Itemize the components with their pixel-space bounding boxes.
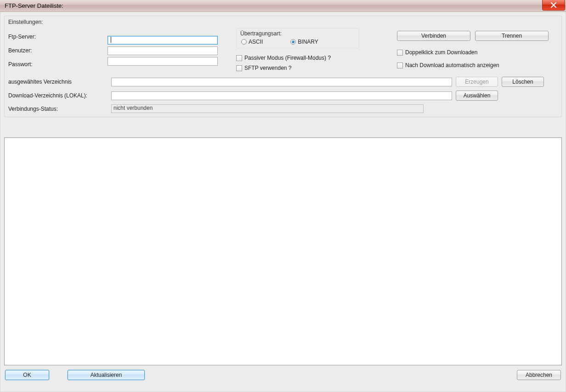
checkbox-icon xyxy=(236,65,242,71)
checkbox-auto-show[interactable]: Nach Download automatisch anzeigen xyxy=(397,62,499,68)
checkbox-icon xyxy=(236,55,242,61)
checkbox-doubleclick-label: Doppelklick zum Downloaden xyxy=(405,49,477,56)
connection-status-row: Verbindungs-Status: nicht verbunden xyxy=(8,104,558,113)
delete-directory-button[interactable]: Löschen xyxy=(502,77,544,87)
choose-download-dir-button[interactable]: Auswählen xyxy=(456,91,498,101)
connect-button[interactable]: Verbinden xyxy=(397,31,470,41)
label-user: Benutzer: xyxy=(8,44,108,57)
download-button-pair: Auswählen xyxy=(456,91,498,101)
checkbox-use-sftp[interactable]: SFTP verwenden ? xyxy=(236,65,292,71)
right-column: Verbinden Trennen Doppelklick zum Downlo… xyxy=(388,31,558,70)
checkbox-icon xyxy=(397,50,403,56)
connect-button-row: Verbinden Trennen xyxy=(397,31,558,41)
close-icon xyxy=(550,2,557,8)
radio-ascii[interactable]: ASCII xyxy=(241,39,263,45)
checkbox-sftp-label: SFTP verwenden ? xyxy=(244,65,292,71)
close-button[interactable] xyxy=(542,0,565,11)
radio-binary[interactable]: BINARY xyxy=(290,39,318,45)
download-directory-row: Download-Verzeichnis (LOKAL): Auswählen xyxy=(8,91,558,101)
ok-button[interactable]: OK xyxy=(5,370,49,380)
disconnect-button[interactable]: Trennen xyxy=(475,31,549,41)
checkbox-icon xyxy=(397,62,403,68)
transfer-type-caption: Übertragungsart: xyxy=(240,30,355,37)
mid-column: Übertragungsart: ASCII BINARY xyxy=(220,28,388,73)
cancel-button[interactable]: Abbrechen xyxy=(517,370,561,380)
selected-directory-row: ausgewähltes Verzeichnis Erzeugen Lösche… xyxy=(8,77,558,87)
title-bar: FTP-Server Dateiliste: xyxy=(0,0,566,12)
bottom-button-bar: OK Aktualisieren Abbrechen xyxy=(2,365,564,382)
file-list-area[interactable] xyxy=(4,137,562,365)
inputs-column xyxy=(108,34,220,68)
label-selected-directory: ausgewähltes Verzeichnis xyxy=(8,79,108,85)
window-title: FTP-Server Dateiliste: xyxy=(5,2,63,9)
directory-button-pair: Erzeugen Löschen xyxy=(456,77,544,87)
transfer-radio-row: ASCII BINARY xyxy=(240,39,355,45)
create-directory-button[interactable]: Erzeugen xyxy=(456,77,498,87)
radio-ascii-label: ASCII xyxy=(249,39,263,45)
settings-legend: Einstellungen: xyxy=(8,17,558,28)
refresh-button[interactable]: Aktualisieren xyxy=(68,370,145,380)
workspace: Einstellungen: Ftp-Server: Benutzer: Pas… xyxy=(0,12,566,392)
checkbox-passive-mode[interactable]: Passiver Modus (Firewall-Modus) ? xyxy=(236,55,331,61)
label-connection-status: Verbindungs-Status: xyxy=(8,106,108,112)
checkbox-doubleclick-download[interactable]: Doppelklick zum Downloaden xyxy=(397,49,477,56)
label-download-directory: Download-Verzeichnis (LOKAL): xyxy=(8,92,108,99)
radio-icon xyxy=(241,39,247,45)
radio-binary-label: BINARY xyxy=(298,39,318,45)
settings-group: Einstellungen: Ftp-Server: Benutzer: Pas… xyxy=(4,16,562,117)
ftp-server-input[interactable] xyxy=(108,36,218,45)
transfer-type-box: Übertragungsart: ASCII BINARY xyxy=(236,28,359,48)
connection-status-field: nicht verbunden xyxy=(111,104,424,113)
download-directory-input[interactable] xyxy=(111,91,452,100)
checkbox-passive-label: Passiver Modus (Firewall-Modus) ? xyxy=(244,55,331,61)
user-input[interactable] xyxy=(108,46,218,55)
checkbox-auto-show-label: Nach Download automatisch anzeigen xyxy=(405,62,499,68)
radio-icon xyxy=(290,39,296,45)
label-ftp-server: Ftp-Server: xyxy=(8,30,108,44)
labels-column: Ftp-Server: Benutzer: Passwort: xyxy=(8,30,108,71)
password-input[interactable] xyxy=(108,57,218,66)
selected-directory-input[interactable] xyxy=(111,78,452,86)
settings-upper-row: Ftp-Server: Benutzer: Passwort: Übertrag… xyxy=(8,28,558,73)
label-password: Passwort: xyxy=(8,57,108,71)
